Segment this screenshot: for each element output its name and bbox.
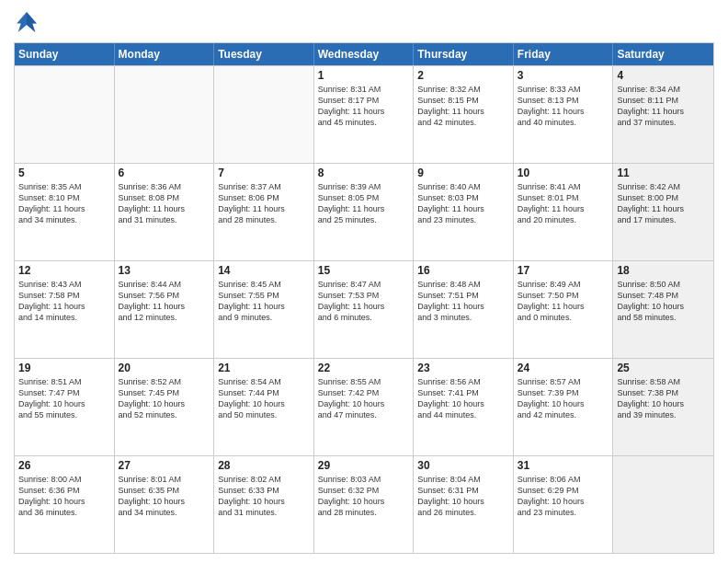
cell-text: Sunrise: 8:01 AM Sunset: 6:35 PM Dayligh… [119,474,210,519]
day-number: 7 [218,167,310,179]
day-number: 3 [518,69,609,82]
calendar-week-row: 5Sunrise: 8:35 AM Sunset: 8:10 PM Daylig… [15,163,713,260]
day-number: 13 [119,264,210,277]
cell-text: Sunrise: 8:33 AM Sunset: 8:13 PM Dayligh… [518,84,609,129]
cell-text: Sunrise: 8:49 AM Sunset: 7:50 PM Dayligh… [518,279,609,324]
day-number: 23 [417,362,509,374]
calendar-cell: 20Sunrise: 8:52 AM Sunset: 7:45 PM Dayli… [115,359,215,455]
calendar-cell: 3Sunrise: 8:33 AM Sunset: 8:13 PM Daylig… [514,66,614,163]
cell-text: Sunrise: 8:47 AM Sunset: 7:53 PM Dayligh… [318,279,410,324]
cell-text: Sunrise: 8:35 AM Sunset: 8:10 PM Dayligh… [18,181,110,226]
cell-text: Sunrise: 8:32 AM Sunset: 8:15 PM Dayligh… [417,84,509,129]
day-number: 9 [417,167,509,179]
cell-text: Sunrise: 8:42 AM Sunset: 8:00 PM Dayligh… [617,181,710,226]
calendar-cell: 27Sunrise: 8:01 AM Sunset: 6:35 PM Dayli… [115,456,215,553]
calendar-cell [115,66,215,163]
cell-text: Sunrise: 8:48 AM Sunset: 7:51 PM Dayligh… [417,279,509,324]
cell-text: Sunrise: 8:41 AM Sunset: 8:01 PM Dayligh… [518,181,609,226]
calendar-cell: 11Sunrise: 8:42 AM Sunset: 8:00 PM Dayli… [613,164,713,260]
calendar-day-header: Monday [115,43,215,65]
calendar-day-header: Thursday [414,43,514,65]
day-number: 31 [518,459,609,472]
day-number: 6 [119,167,210,179]
cell-text: Sunrise: 8:44 AM Sunset: 7:56 PM Dayligh… [119,279,210,324]
day-number: 28 [218,459,310,472]
calendar-cell: 18Sunrise: 8:50 AM Sunset: 7:48 PM Dayli… [613,261,713,358]
calendar-cell: 30Sunrise: 8:04 AM Sunset: 6:31 PM Dayli… [414,456,514,553]
cell-text: Sunrise: 8:58 AM Sunset: 7:38 PM Dayligh… [617,376,710,421]
cell-text: Sunrise: 8:36 AM Sunset: 8:08 PM Dayligh… [119,181,210,226]
day-number: 14 [218,264,310,277]
cell-text: Sunrise: 8:03 AM Sunset: 6:32 PM Dayligh… [318,474,410,519]
day-number: 21 [218,362,310,374]
cell-text: Sunrise: 8:04 AM Sunset: 6:31 PM Dayligh… [417,474,509,519]
day-number: 26 [18,459,110,472]
calendar-cell: 26Sunrise: 8:00 AM Sunset: 6:36 PM Dayli… [15,456,115,553]
calendar-cell: 15Sunrise: 8:47 AM Sunset: 7:53 PM Dayli… [314,261,415,358]
calendar-day-header: Sunday [15,43,115,65]
day-number: 10 [518,167,609,179]
calendar-cell: 22Sunrise: 8:55 AM Sunset: 7:42 PM Dayli… [314,359,415,455]
calendar-cell: 2Sunrise: 8:32 AM Sunset: 8:15 PM Daylig… [414,66,514,163]
day-number: 17 [518,264,609,277]
calendar-cell: 23Sunrise: 8:56 AM Sunset: 7:41 PM Dayli… [414,359,514,455]
cell-text: Sunrise: 8:00 AM Sunset: 6:36 PM Dayligh… [18,474,110,519]
cell-text: Sunrise: 8:51 AM Sunset: 7:47 PM Dayligh… [18,376,110,421]
day-number: 19 [18,362,110,374]
day-number: 4 [617,69,710,82]
day-number: 24 [518,362,609,374]
calendar-cell [214,66,314,163]
calendar-cell: 7Sunrise: 8:37 AM Sunset: 8:06 PM Daylig… [214,164,314,260]
calendar: SundayMondayTuesdayWednesdayThursdayFrid… [14,42,714,554]
cell-text: Sunrise: 8:06 AM Sunset: 6:29 PM Dayligh… [518,474,609,519]
calendar-cell: 21Sunrise: 8:54 AM Sunset: 7:44 PM Dayli… [214,359,314,455]
logo-icon [14,9,40,35]
cell-text: Sunrise: 8:54 AM Sunset: 7:44 PM Dayligh… [218,376,310,421]
calendar-cell: 4Sunrise: 8:34 AM Sunset: 8:11 PM Daylig… [613,66,713,163]
day-number: 2 [417,69,509,82]
cell-text: Sunrise: 8:55 AM Sunset: 7:42 PM Dayligh… [318,376,410,421]
calendar-day-header: Tuesday [214,43,314,65]
calendar-header-row: SundayMondayTuesdayWednesdayThursdayFrid… [15,43,713,65]
calendar-cell: 17Sunrise: 8:49 AM Sunset: 7:50 PM Dayli… [514,261,614,358]
day-number: 25 [617,362,710,374]
calendar-cell: 8Sunrise: 8:39 AM Sunset: 8:05 PM Daylig… [314,164,415,260]
day-number: 18 [617,264,710,277]
calendar-cell: 25Sunrise: 8:58 AM Sunset: 7:38 PM Dayli… [613,359,713,455]
cell-text: Sunrise: 8:50 AM Sunset: 7:48 PM Dayligh… [617,279,710,324]
calendar-cell: 10Sunrise: 8:41 AM Sunset: 8:01 PM Dayli… [514,164,614,260]
calendar-cell: 14Sunrise: 8:45 AM Sunset: 7:55 PM Dayli… [214,261,314,358]
calendar-day-header: Saturday [613,43,713,65]
cell-text: Sunrise: 8:37 AM Sunset: 8:06 PM Dayligh… [218,181,310,226]
logo [14,9,43,35]
cell-text: Sunrise: 8:56 AM Sunset: 7:41 PM Dayligh… [417,376,509,421]
calendar-cell: 31Sunrise: 8:06 AM Sunset: 6:29 PM Dayli… [514,456,614,553]
calendar-week-row: 19Sunrise: 8:51 AM Sunset: 7:47 PM Dayli… [15,358,713,455]
calendar-cell: 9Sunrise: 8:40 AM Sunset: 8:03 PM Daylig… [414,164,514,260]
day-number: 8 [318,167,410,179]
day-number: 15 [318,264,410,277]
svg-marker-1 [27,12,37,32]
day-number: 16 [417,264,509,277]
day-number: 12 [18,264,110,277]
day-number: 5 [18,167,110,179]
day-number: 27 [119,459,210,472]
day-number: 29 [318,459,410,472]
day-number: 11 [617,167,710,179]
calendar-cell: 13Sunrise: 8:44 AM Sunset: 7:56 PM Dayli… [115,261,215,358]
cell-text: Sunrise: 8:31 AM Sunset: 8:17 PM Dayligh… [318,84,410,129]
cell-text: Sunrise: 8:45 AM Sunset: 7:55 PM Dayligh… [218,279,310,324]
calendar-day-header: Wednesday [314,43,415,65]
calendar-cell: 19Sunrise: 8:51 AM Sunset: 7:47 PM Dayli… [15,359,115,455]
cell-text: Sunrise: 8:40 AM Sunset: 8:03 PM Dayligh… [417,181,509,226]
cell-text: Sunrise: 8:52 AM Sunset: 7:45 PM Dayligh… [119,376,210,421]
day-number: 1 [318,69,410,82]
day-number: 30 [417,459,509,472]
cell-text: Sunrise: 8:43 AM Sunset: 7:58 PM Dayligh… [18,279,110,324]
cell-text: Sunrise: 8:34 AM Sunset: 8:11 PM Dayligh… [617,84,710,129]
calendar-body: 1Sunrise: 8:31 AM Sunset: 8:17 PM Daylig… [15,65,713,553]
calendar-day-header: Friday [514,43,614,65]
header [14,9,714,35]
calendar-cell: 12Sunrise: 8:43 AM Sunset: 7:58 PM Dayli… [15,261,115,358]
cell-text: Sunrise: 8:39 AM Sunset: 8:05 PM Dayligh… [318,181,410,226]
